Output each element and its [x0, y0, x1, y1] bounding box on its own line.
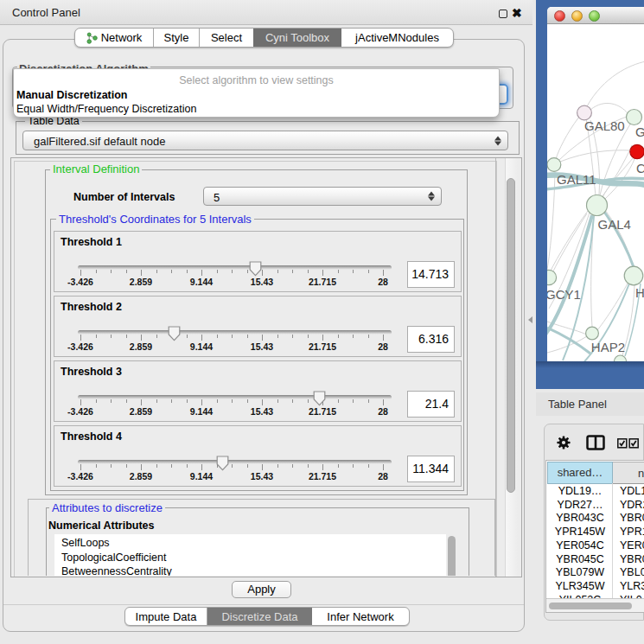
svg-text:CD: CD — [636, 161, 644, 175]
svg-text:HAP2: HAP2 — [591, 340, 625, 354]
svg-text:GAL80: GAL80 — [584, 118, 625, 133]
svg-text:GAL11: GAL11 — [557, 172, 596, 187]
svg-text:GAL7: GAL7 — [635, 124, 644, 139]
svg-text:H: H — [635, 285, 644, 300]
svg-text:GCY1: GCY1 — [547, 287, 581, 302]
svg-text:GAL4: GAL4 — [598, 217, 631, 232]
